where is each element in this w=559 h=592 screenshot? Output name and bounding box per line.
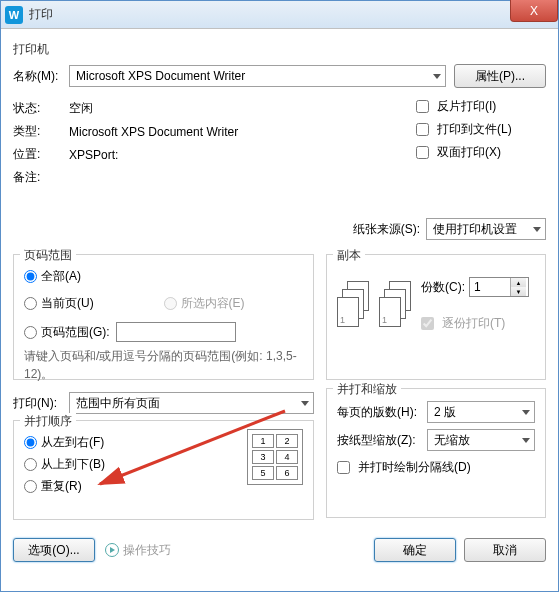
collate-checkbox bbox=[421, 317, 434, 330]
scale-title: 并打和缩放 bbox=[333, 381, 401, 398]
order-repeat-option[interactable]: 重复(R) bbox=[24, 478, 247, 495]
range-all-radio[interactable] bbox=[24, 270, 37, 283]
scale-label: 按纸型缩放(Z): bbox=[337, 432, 427, 449]
range-selection-option: 所选内容(E) bbox=[164, 295, 304, 312]
range-pages-option[interactable]: 页码范围(G): bbox=[24, 322, 303, 342]
print-order-group: 并打顺序 从左到右(F) 从上到下(B) 重复(R) 12 34 56 bbox=[13, 420, 314, 520]
chevron-down-icon bbox=[433, 74, 441, 79]
printer-name-value: Microsoft XPS Document Writer bbox=[76, 69, 245, 83]
chevron-down-icon bbox=[522, 438, 530, 443]
copies-count-label: 份数(C): bbox=[421, 279, 465, 296]
chevron-down-icon bbox=[522, 410, 530, 415]
page-range-input[interactable] bbox=[116, 322, 236, 342]
copies-count-input[interactable] bbox=[470, 278, 510, 296]
section-printer-title: 打印机 bbox=[13, 41, 546, 58]
range-current-option[interactable]: 当前页(U) bbox=[24, 295, 164, 312]
print-order-title: 并打顺序 bbox=[20, 413, 76, 430]
chevron-down-icon bbox=[301, 401, 309, 406]
options-button[interactable]: 选项(O)... bbox=[13, 538, 95, 562]
scale-combo[interactable]: 无缩放 bbox=[427, 429, 535, 451]
tips-link[interactable]: 操作技巧 bbox=[105, 542, 171, 559]
order-tb-option[interactable]: 从上到下(B) bbox=[24, 456, 247, 473]
range-selection-radio bbox=[164, 297, 177, 310]
reverse-print-option[interactable]: 反片打印(I) bbox=[416, 98, 546, 115]
reverse-print-checkbox[interactable] bbox=[416, 100, 429, 113]
per-sheet-label: 每页的版数(H): bbox=[337, 404, 427, 421]
order-tb-radio[interactable] bbox=[24, 458, 37, 471]
scale-value: 无缩放 bbox=[434, 432, 470, 449]
collate-preview: 3 2 1 3 2 1 bbox=[337, 281, 413, 329]
range-pages-radio[interactable] bbox=[24, 326, 37, 339]
order-preview: 12 34 56 bbox=[247, 429, 303, 485]
status-value: 空闲 bbox=[69, 100, 93, 117]
print-what-combo[interactable]: 范围中所有页面 bbox=[69, 392, 314, 414]
order-repeat-radio[interactable] bbox=[24, 480, 37, 493]
draw-lines-option[interactable]: 并打时绘制分隔线(D) bbox=[337, 459, 535, 476]
print-what-value: 范围中所有页面 bbox=[76, 395, 160, 412]
scale-group: 并打和缩放 每页的版数(H): 2 版 按纸型缩放(Z): 无缩放 bbox=[326, 388, 546, 518]
copies-title: 副本 bbox=[333, 247, 365, 264]
properties-button[interactable]: 属性(P)... bbox=[454, 64, 546, 88]
collate-option: 逐份打印(T) bbox=[421, 315, 535, 332]
play-icon bbox=[105, 543, 119, 557]
type-label: 类型: bbox=[13, 123, 69, 140]
order-lr-radio[interactable] bbox=[24, 436, 37, 449]
type-value: Microsoft XPS Document Writer bbox=[69, 125, 238, 139]
remark-label: 备注: bbox=[13, 169, 69, 186]
order-lr-option[interactable]: 从左到右(F) bbox=[24, 434, 247, 451]
spin-up-icon[interactable]: ▲ bbox=[511, 278, 526, 287]
copies-spinner[interactable]: ▲▼ bbox=[469, 277, 529, 297]
chevron-down-icon bbox=[533, 227, 541, 232]
copies-group: 副本 3 2 1 3 2 1 bbox=[326, 254, 546, 380]
close-button[interactable]: X bbox=[510, 0, 558, 22]
range-current-radio[interactable] bbox=[24, 297, 37, 310]
print-to-file-checkbox[interactable] bbox=[416, 123, 429, 136]
spin-down-icon[interactable]: ▼ bbox=[511, 287, 526, 296]
duplex-checkbox[interactable] bbox=[416, 146, 429, 159]
printer-name-label: 名称(M): bbox=[13, 68, 69, 85]
page-range-title: 页码范围 bbox=[20, 247, 76, 264]
titlebar[interactable]: W 打印 X bbox=[1, 1, 558, 29]
location-label: 位置: bbox=[13, 146, 69, 163]
window-title: 打印 bbox=[29, 6, 53, 23]
range-all-option[interactable]: 全部(A) bbox=[24, 268, 303, 285]
app-icon: W bbox=[5, 6, 23, 24]
draw-lines-checkbox[interactable] bbox=[337, 461, 350, 474]
page-range-note: 请键入页码和/或用逗号分隔的页码范围(例如: 1,3,5-12)。 bbox=[24, 347, 303, 383]
ok-button[interactable]: 确定 bbox=[374, 538, 456, 562]
print-to-file-option[interactable]: 打印到文件(L) bbox=[416, 121, 546, 138]
print-what-label: 打印(N): bbox=[13, 395, 69, 412]
paper-source-label: 纸张来源(S): bbox=[353, 221, 420, 238]
close-icon: X bbox=[530, 4, 538, 18]
cancel-button[interactable]: 取消 bbox=[464, 538, 546, 562]
per-sheet-value: 2 版 bbox=[434, 404, 456, 421]
status-label: 状态: bbox=[13, 100, 69, 117]
location-value: XPSPort: bbox=[69, 148, 118, 162]
printer-name-combo[interactable]: Microsoft XPS Document Writer bbox=[69, 65, 446, 87]
paper-source-combo[interactable]: 使用打印机设置 bbox=[426, 218, 546, 240]
duplex-option[interactable]: 双面打印(X) bbox=[416, 144, 546, 161]
per-sheet-combo[interactable]: 2 版 bbox=[427, 401, 535, 423]
page-range-group: 页码范围 全部(A) 当前页(U) 所选内容(E) 页码范围(G): 请键入页码… bbox=[13, 254, 314, 380]
paper-source-value: 使用打印机设置 bbox=[433, 221, 517, 238]
print-dialog: W 打印 X 打印机 名称(M): Microsoft XPS Document… bbox=[0, 0, 559, 592]
